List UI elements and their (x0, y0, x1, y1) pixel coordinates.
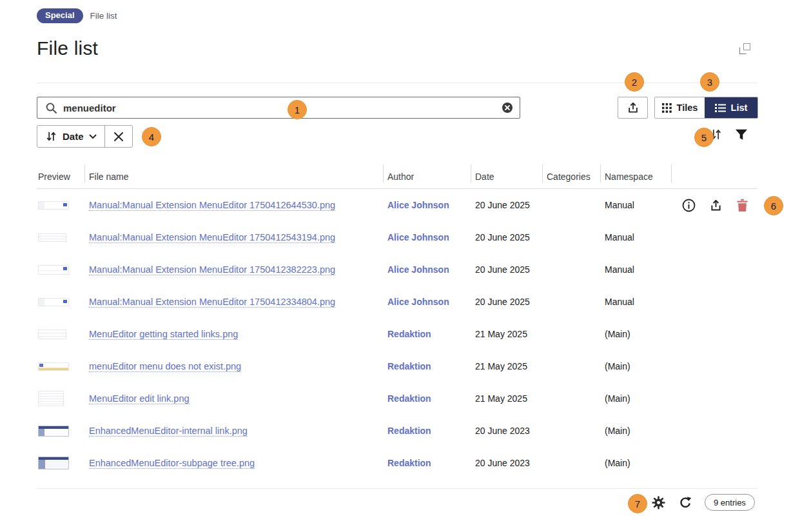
delete-icon[interactable] (736, 199, 748, 212)
author-link[interactable]: Redaktion (387, 458, 431, 468)
annotation-badge-3: 3 (700, 72, 719, 92)
file-link[interactable]: Manual:Manual Extension MenuEditor 17504… (89, 200, 335, 211)
preview-thumb[interactable] (38, 265, 69, 275)
preview-cell (37, 318, 84, 350)
actions-cell (671, 189, 757, 221)
annotation-badge-7: 7 (628, 494, 647, 513)
author-cell: Alice Johnson (383, 189, 471, 221)
file-link[interactable]: MenuEditor getting started links.png (89, 329, 238, 340)
author-link[interactable]: Redaktion (387, 361, 431, 371)
sort-field-button[interactable]: Date (37, 126, 104, 147)
file-link[interactable]: Manual:Manual Extension MenuEditor 17504… (89, 232, 335, 243)
breadcrumb-page-label: File list (90, 11, 117, 21)
preview-thumb[interactable] (38, 391, 64, 406)
file-link[interactable]: menuEditor menu does not exist.png (89, 361, 241, 372)
author-cell: Redaktion (383, 447, 471, 479)
annotation-badge-2: 2 (625, 72, 644, 92)
author-link[interactable]: Alice Johnson (387, 232, 449, 242)
column-header-date[interactable]: Date (471, 164, 542, 188)
reupload-icon[interactable] (709, 199, 723, 212)
table-header-row: Preview File name Author Date Categories… (37, 164, 757, 189)
breadcrumb: Special File list (37, 8, 117, 23)
namespace-cell: Manual (600, 221, 671, 253)
categories-cell (542, 189, 600, 221)
list-icon (715, 103, 726, 113)
date-cell: 21 May 2025 (471, 350, 542, 382)
table-tools (709, 128, 748, 141)
preview-thumb[interactable] (38, 426, 69, 437)
upload-icon (627, 101, 640, 114)
entries-count-badge: 9 entries (705, 494, 755, 511)
categories-cell (542, 415, 600, 447)
categories-cell (542, 382, 600, 415)
author-link[interactable]: Alice Johnson (387, 200, 449, 210)
table-row: MenuEditor getting started links.png Red… (37, 318, 757, 350)
remove-sort-button[interactable] (104, 126, 132, 147)
header-divider (37, 83, 757, 83)
search-box (37, 97, 520, 119)
author-link[interactable]: Redaktion (387, 393, 431, 404)
date-cell: 20 June 2025 (471, 221, 542, 253)
file-name-cell: EnhancedMenuEditor-internal link.png (84, 415, 383, 447)
categories-cell (542, 350, 600, 382)
page-title: File list (37, 37, 98, 59)
preview-thumb[interactable] (38, 330, 66, 339)
upload-button[interactable] (618, 97, 648, 119)
column-header-file-name[interactable]: File name (84, 164, 383, 188)
file-list-page: Special File list File list Tiles (0, 0, 791, 532)
author-link[interactable]: Alice Johnson (387, 264, 449, 275)
list-view-button[interactable]: List (705, 97, 757, 118)
preview-cell (37, 382, 84, 415)
author-cell: Alice Johnson (383, 253, 471, 286)
author-cell: Redaktion (383, 382, 471, 415)
actions-cell (671, 221, 757, 253)
author-link[interactable]: Redaktion (387, 426, 431, 436)
author-cell: Alice Johnson (383, 286, 471, 318)
author-cell: Alice Johnson (383, 221, 471, 253)
file-name-cell: Manual:Manual Extension MenuEditor 17504… (84, 253, 383, 286)
file-name-cell: menuEditor menu does not exist.png (84, 350, 383, 382)
column-header-namespace[interactable]: Namespace (600, 164, 671, 188)
author-link[interactable]: Alice Johnson (387, 297, 449, 307)
column-header-categories[interactable]: Categories (542, 164, 600, 188)
search-icon (45, 102, 57, 114)
author-cell: Redaktion (383, 350, 471, 382)
preview-thumb[interactable] (38, 362, 69, 371)
file-name-cell: Manual:Manual Extension MenuEditor 17504… (84, 286, 383, 318)
column-header-preview[interactable]: Preview (37, 164, 84, 188)
preview-thumb[interactable] (38, 457, 69, 469)
file-name-cell: MenuEditor edit link.png (84, 382, 383, 415)
file-table: Preview File name Author Date Categories… (37, 164, 757, 479)
sort-control: Date (37, 125, 133, 148)
file-link[interactable]: Manual:Manual Extension MenuEditor 17504… (89, 264, 335, 275)
preview-thumb[interactable] (38, 298, 69, 306)
info-icon[interactable] (682, 199, 696, 212)
settings-gear-icon[interactable] (651, 495, 666, 510)
column-header-author[interactable]: Author (383, 164, 471, 188)
clear-search-icon[interactable] (502, 102, 513, 113)
expand-window-icon[interactable] (739, 43, 750, 54)
search-input[interactable] (63, 103, 502, 113)
author-cell: Redaktion (383, 318, 471, 350)
file-link[interactable]: EnhancedMenuEditor-internal link.png (89, 426, 248, 437)
preview-thumb[interactable] (38, 201, 69, 210)
annotation-badge-6: 6 (764, 196, 783, 215)
namespace-pill[interactable]: Special (37, 8, 83, 23)
actions-cell (671, 447, 757, 479)
date-cell: 20 June 2025 (471, 253, 542, 286)
file-link[interactable]: Manual:Manual Extension MenuEditor 17504… (89, 297, 335, 308)
file-link[interactable]: MenuEditor edit link.png (89, 393, 190, 404)
table-row: Manual:Manual Extension MenuEditor 17504… (37, 189, 757, 221)
file-link[interactable]: EnhancedMenuEditor-subpage tree.png (89, 458, 255, 469)
footer-divider (37, 488, 757, 489)
namespace-cell: (Main) (600, 318, 671, 350)
table-row: Manual:Manual Extension MenuEditor 17504… (37, 221, 757, 253)
actions-cell (671, 350, 757, 382)
tiles-view-button[interactable]: Tiles (655, 97, 705, 118)
preview-thumb[interactable] (38, 233, 66, 242)
date-cell: 20 June 2023 (471, 415, 542, 447)
preview-cell (37, 447, 84, 479)
refresh-icon[interactable] (678, 495, 692, 509)
author-link[interactable]: Redaktion (387, 329, 431, 339)
filter-icon[interactable] (734, 128, 748, 141)
